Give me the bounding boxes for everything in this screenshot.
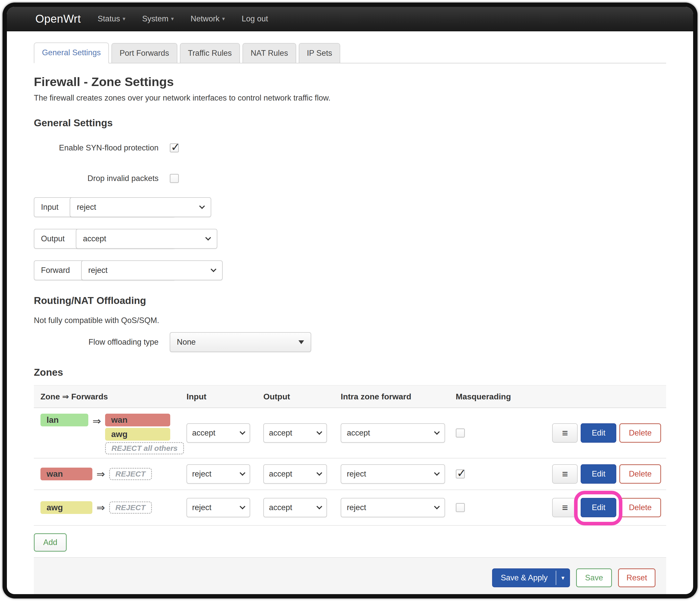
- nav-item-system[interactable]: System ▾: [142, 14, 174, 23]
- lan-edit-button[interactable]: Edit: [581, 423, 616, 443]
- input-policy-select[interactable]: reject: [70, 197, 211, 217]
- caret-down-icon: ▾: [171, 16, 174, 22]
- openwrt-brand[interactable]: OpenWrt: [35, 13, 81, 25]
- selected-value: reject: [77, 202, 96, 212]
- save-apply-caret-button[interactable]: ▾: [556, 574, 570, 581]
- triangle-down-icon: [298, 340, 304, 344]
- zones-heading: Zones: [34, 367, 666, 378]
- add-zone-button[interactable]: Add: [34, 533, 67, 552]
- col-zone-forwards: Zone ⇒ Forwards: [34, 392, 184, 402]
- awg-intra-zone-select[interactable]: reject: [341, 498, 445, 517]
- wan-delete-button[interactable]: Delete: [619, 464, 661, 484]
- tab-nat-rules[interactable]: NAT Rules: [243, 43, 296, 63]
- reject-badge: REJECT: [109, 502, 152, 514]
- reject-all-others-badge: REJECT all others: [105, 442, 184, 454]
- forward-arrow-icon: ⇒: [96, 467, 105, 480]
- zone-badge-awg: awg: [41, 501, 92, 514]
- flow-offloading-select[interactable]: None: [170, 332, 311, 352]
- save-button[interactable]: Save: [576, 569, 612, 587]
- offloading-note: Not fully compatible with QoS/SQM.: [34, 316, 666, 325]
- output-policy-label: Output: [41, 234, 65, 243]
- zone-badge-lan: lan: [41, 414, 88, 426]
- tab-traffic-rules[interactable]: Traffic Rules: [180, 43, 240, 63]
- chevron-down-icon: [240, 504, 246, 509]
- selected-value: reject: [88, 266, 108, 275]
- forward-arrow-icon: ⇒: [96, 501, 105, 514]
- lan-delete-button[interactable]: Delete: [619, 423, 661, 443]
- nav-item-label: Status: [98, 14, 120, 23]
- caret-down-icon: ▾: [123, 16, 125, 22]
- main-content: General Settings Port Forwards Traffic R…: [7, 31, 693, 552]
- page-title: Firewall - Zone Settings: [34, 75, 666, 89]
- lan-input-select[interactable]: accept: [186, 423, 250, 443]
- save-apply-label: Save & Apply: [493, 573, 556, 582]
- selected-value: accept: [83, 234, 106, 243]
- awg-delete-button[interactable]: Delete: [619, 498, 661, 517]
- chevron-down-icon: [240, 470, 246, 476]
- chevron-down-icon: [317, 504, 322, 509]
- selected-value: accept: [269, 470, 292, 479]
- lan-sort-handle-button[interactable]: ≡: [552, 423, 578, 443]
- wan-input-select[interactable]: reject: [186, 464, 250, 484]
- offloading-heading: Routing/NAT Offloading: [34, 295, 666, 306]
- firewall-tabbar: General Settings Port Forwards Traffic R…: [34, 43, 666, 64]
- zone-row-wan: wan ⇒ REJECT reject accept: [34, 458, 666, 490]
- nav-item-network[interactable]: Network ▾: [191, 14, 225, 23]
- tab-general-settings[interactable]: General Settings: [34, 43, 109, 64]
- selected-value: accept: [269, 428, 292, 438]
- caret-down-icon: ▾: [222, 16, 225, 22]
- forward-policy-select[interactable]: reject: [81, 260, 223, 280]
- col-output: Output: [261, 392, 338, 402]
- page-footer: Save & Apply ▾ Save Reset: [34, 557, 666, 594]
- chevron-down-icon: [317, 429, 322, 435]
- chevron-down-icon: [434, 470, 440, 476]
- wan-sort-handle-button[interactable]: ≡: [552, 464, 578, 484]
- tab-port-forwards[interactable]: Port Forwards: [111, 43, 177, 63]
- nav-item-label: Log out: [242, 14, 268, 23]
- output-policy-select[interactable]: accept: [76, 229, 217, 249]
- chevron-down-icon: [199, 203, 205, 209]
- reset-button[interactable]: Reset: [618, 569, 655, 587]
- selected-value: accept: [269, 503, 292, 512]
- awg-edit-button[interactable]: Edit: [581, 498, 616, 517]
- reject-badge: REJECT: [109, 468, 152, 480]
- zones-table-header: Zone ⇒ Forwards Input Output Intra zone …: [34, 386, 666, 408]
- drop-invalid-label: Drop invalid packets: [34, 174, 158, 183]
- wan-output-select[interactable]: accept: [264, 464, 327, 484]
- lan-output-select[interactable]: accept: [264, 423, 327, 443]
- forward-badge-awg: awg: [105, 428, 170, 441]
- awg-output-select[interactable]: accept: [264, 498, 327, 517]
- window-frame: OpenWrt Status ▾ System ▾ Network ▾ Log …: [3, 3, 697, 598]
- awg-masquerading-checkbox[interactable]: ✓: [456, 503, 465, 512]
- selected-value: reject: [347, 470, 366, 479]
- zone-row-lan: lan ⇒ wan awg REJECT all others accept: [34, 408, 666, 458]
- tab-ip-sets[interactable]: IP Sets: [299, 43, 340, 63]
- wan-edit-button[interactable]: Edit: [581, 464, 616, 484]
- drop-invalid-checkbox[interactable]: ✓: [170, 174, 179, 183]
- nav-item-label: System: [142, 14, 169, 23]
- nav-item-status[interactable]: Status ▾: [98, 14, 125, 23]
- wan-intra-zone-select[interactable]: reject: [341, 464, 445, 484]
- syn-flood-checkbox[interactable]: ✓: [170, 143, 179, 152]
- nav-item-logout[interactable]: Log out: [242, 14, 268, 23]
- col-input: Input: [184, 392, 261, 402]
- selected-value: reject: [347, 503, 366, 512]
- awg-sort-handle-button[interactable]: ≡: [552, 498, 578, 517]
- forward-policy-label: Forward: [41, 266, 70, 275]
- checkmark-icon: ✓: [171, 141, 180, 153]
- awg-input-select[interactable]: reject: [186, 498, 250, 517]
- forward-arrow-icon: ⇒: [92, 415, 101, 427]
- chevron-down-icon: [205, 235, 211, 241]
- zone-badge-wan: wan: [41, 467, 92, 480]
- selected-value: accept: [192, 428, 215, 438]
- chevron-down-icon: [434, 504, 440, 509]
- wan-masquerading-checkbox[interactable]: ✓: [456, 470, 465, 479]
- lan-intra-zone-select[interactable]: accept: [341, 423, 445, 443]
- zones-table: Zone ⇒ Forwards Input Output Intra zone …: [34, 385, 666, 526]
- selected-value: reject: [192, 470, 211, 479]
- lan-masquerading-checkbox[interactable]: ✓: [456, 428, 465, 438]
- save-apply-button[interactable]: Save & Apply ▾: [492, 569, 570, 587]
- selected-value: None: [177, 338, 196, 347]
- selected-value: reject: [192, 503, 211, 512]
- zone-row-awg: awg ⇒ REJECT reject accept: [34, 490, 666, 526]
